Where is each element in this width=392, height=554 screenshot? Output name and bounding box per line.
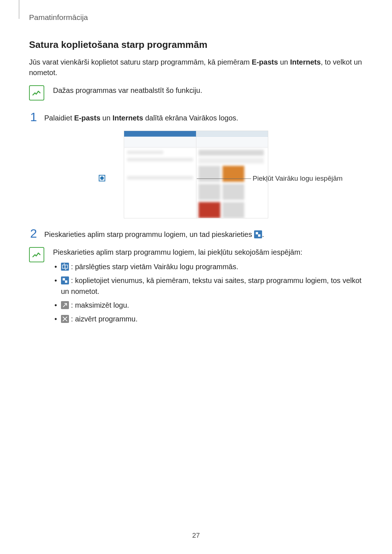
svg-rect-0	[256, 232, 258, 234]
callout-label: Piekļūt Vairāku logu iespējām	[253, 174, 343, 183]
page-heading: Satura koplietošana starp programmām	[29, 39, 363, 50]
step-2-body: Pieskarieties aplim starp programmu logi…	[44, 227, 363, 240]
options-list: : pārslēgties starp vietām Vairāku logu …	[53, 261, 363, 324]
drag-share-icon	[61, 276, 69, 284]
swap-windows-icon	[61, 263, 69, 271]
option-share: : koplietojiet vienumus, kā piemēram, te…	[53, 275, 363, 297]
option-close: : aizvērt programmu.	[53, 313, 363, 324]
note-2-text: Pieskarieties aplim starp programmu logi…	[53, 247, 363, 327]
step-1-number: 1	[29, 111, 37, 123]
intro-paragraph: Jūs varat vienkārši koplietot saturu sta…	[29, 57, 363, 78]
note-2-intro: Pieskarieties aplim starp programmu logi…	[53, 247, 363, 258]
intro-text: Jūs varat vienkārši koplietot saturu sta…	[29, 58, 252, 66]
option-maximize: : maksimizēt logu.	[53, 300, 363, 311]
callout-line	[197, 178, 251, 179]
close-icon	[61, 315, 69, 323]
screenshot	[124, 131, 268, 218]
step-1: 1 Palaidiet E-pasts un Internets dalītā …	[29, 111, 363, 123]
svg-rect-4	[63, 278, 65, 280]
step-2-number: 2	[29, 227, 37, 239]
svg-rect-1	[258, 234, 260, 237]
note-2: Pieskarieties aplim starp programmu logi…	[29, 247, 363, 327]
note-icon	[29, 247, 44, 262]
note-1-text: Dažas programmas var neatbalstīt šo funk…	[53, 85, 363, 96]
drag-share-icon	[254, 230, 262, 238]
step-1-body: Palaidiet E-pasts un Internets dalītā ek…	[44, 111, 363, 123]
note-icon	[29, 85, 44, 100]
svg-rect-2	[62, 265, 65, 268]
multiwindow-handle-icon	[99, 175, 105, 181]
header-divider	[19, 0, 19, 19]
figure-multiwindow: Piekļūt Vairāku logu iespējām	[29, 131, 363, 218]
option-swap: : pārslēgties starp vietām Vairāku logu …	[53, 261, 363, 272]
screenshot-left-pane	[124, 131, 196, 218]
svg-rect-3	[65, 265, 68, 268]
section-name: Pamatinformācija	[29, 13, 88, 22]
maximize-icon	[61, 301, 69, 309]
intro-bold-2: Internets	[290, 58, 320, 66]
svg-rect-5	[65, 280, 67, 283]
page-number: 27	[0, 532, 392, 539]
note-1: Dažas programmas var neatbalstīt šo funk…	[29, 85, 363, 100]
intro-bold-1: E-pasts	[252, 58, 278, 66]
step-2: 2 Pieskarieties aplim starp programmu lo…	[29, 227, 363, 240]
intro-mid: un	[278, 58, 290, 66]
